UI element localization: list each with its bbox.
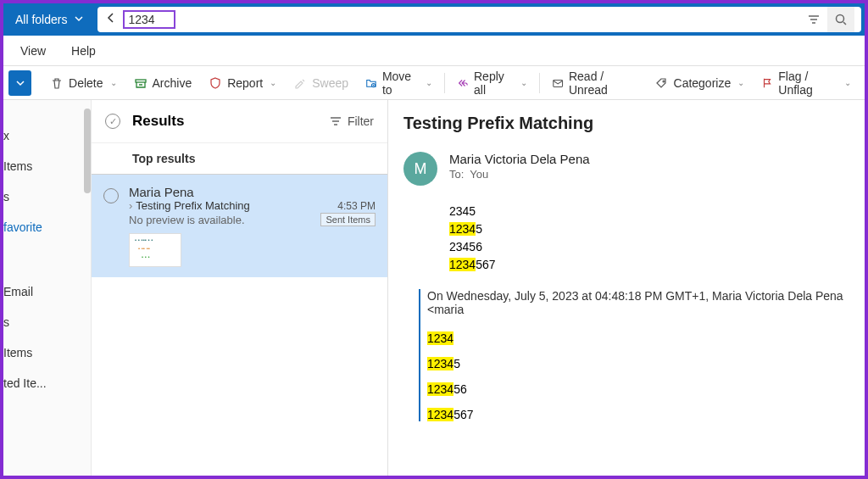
chevron-down-icon: ⌄ xyxy=(520,78,527,87)
reply-all-button[interactable]: Reply all ⌄ xyxy=(448,66,536,100)
delete-button[interactable]: Delete ⌄ xyxy=(42,73,125,93)
sidebar-item[interactable]: Items xyxy=(3,337,91,368)
filter-lines-icon[interactable] xyxy=(800,7,827,32)
sidebar-item[interactable]: Email xyxy=(3,276,91,307)
quoted-message: On Wednesday, July 5, 2023 at 04:48:18 P… xyxy=(419,289,849,421)
flag-button[interactable]: Flag / Unflag ⌄ xyxy=(753,66,860,100)
menubar: View Help xyxy=(3,36,865,66)
move-to-button[interactable]: Move to ⌄ xyxy=(357,66,441,100)
sidebar-item[interactable]: ted Ite... xyxy=(3,368,91,398)
new-mail-dropdown[interactable] xyxy=(8,70,31,96)
mail-subject: Testing Prefix Matching xyxy=(403,114,849,133)
chevron-down-icon: ⌄ xyxy=(270,78,276,87)
avatar: M xyxy=(403,152,437,186)
select-all-checkbox[interactable]: ✓ xyxy=(105,114,120,129)
chevron-down-icon: ⌄ xyxy=(737,78,744,87)
select-checkbox[interactable] xyxy=(103,188,119,203)
chevron-down-icon: ⌄ xyxy=(844,78,851,87)
message-list: ✓ Results Filter Top results Maria Pena … xyxy=(92,100,388,476)
svg-rect-1 xyxy=(136,80,146,82)
sidebar-item[interactable]: s xyxy=(3,307,91,337)
sweep-button: Sweep xyxy=(285,73,357,93)
menu-view[interactable]: View xyxy=(20,44,46,58)
reading-pane: Testing Prefix Matching M Maria Victoria… xyxy=(388,100,865,476)
recipient-line: To: You xyxy=(449,168,590,181)
filter-button[interactable]: Filter xyxy=(329,114,374,128)
sender-name: Maria Victoria Dela Pena xyxy=(449,152,590,166)
chevron-right-icon: › xyxy=(129,199,132,212)
separator xyxy=(539,73,540,93)
scrollbar[interactable] xyxy=(84,109,91,193)
message-subject: Testing Prefix Matching xyxy=(136,199,249,212)
svg-point-4 xyxy=(663,81,665,82)
folder-badge: Sent Items xyxy=(320,213,376,226)
folder-sidebar: x Items s favorite Email s Items ted Ite… xyxy=(3,100,92,476)
back-arrow-icon[interactable] xyxy=(104,11,118,28)
search-input[interactable]: 1234 xyxy=(123,10,175,29)
separator xyxy=(444,73,445,93)
report-button[interactable]: Report ⌄ xyxy=(200,73,285,93)
categorize-button[interactable]: Categorize ⌄ xyxy=(647,73,754,93)
read-unread-button[interactable]: Read / Unread xyxy=(543,66,647,100)
mail-body: 234512345234561234567 xyxy=(449,203,849,274)
message-time: 4:53 PM xyxy=(337,200,376,212)
sidebar-item[interactable]: x xyxy=(3,120,91,151)
list-title: Results xyxy=(132,113,184,130)
message-preview: No preview is available. xyxy=(129,214,245,226)
toolbar: Delete ⌄ Archive Report ⌄ Sweep Move to … xyxy=(3,66,865,100)
menu-help[interactable]: Help xyxy=(71,44,96,58)
message-item[interactable]: Maria Pena › Testing Prefix Matching 4:5… xyxy=(92,174,387,277)
folder-dropdown[interactable]: All folders xyxy=(7,7,94,33)
sidebar-item[interactable]: s xyxy=(3,181,91,212)
sidebar-item-favorite[interactable]: favorite xyxy=(3,212,91,242)
svg-point-0 xyxy=(837,15,844,23)
sidebar-item[interactable]: Items xyxy=(3,151,91,181)
chevron-down-icon: ⌄ xyxy=(110,78,117,87)
chevron-down-icon: ⌄ xyxy=(426,78,432,87)
search-bar: All folders 1234 xyxy=(3,3,865,36)
folder-label: All folders xyxy=(15,13,67,26)
archive-button[interactable]: Archive xyxy=(125,73,201,93)
attachment-thumbnail[interactable]: • • ••• • • • •• •• • • • xyxy=(129,233,181,267)
section-header: Top results xyxy=(92,142,387,174)
search-input-container: 1234 xyxy=(97,7,861,32)
quote-header: On Wednesday, July 5, 2023 at 04:48:18 P… xyxy=(420,289,849,316)
chevron-down-icon xyxy=(72,12,86,28)
search-icon[interactable] xyxy=(827,7,854,32)
message-from: Maria Pena xyxy=(129,185,376,199)
